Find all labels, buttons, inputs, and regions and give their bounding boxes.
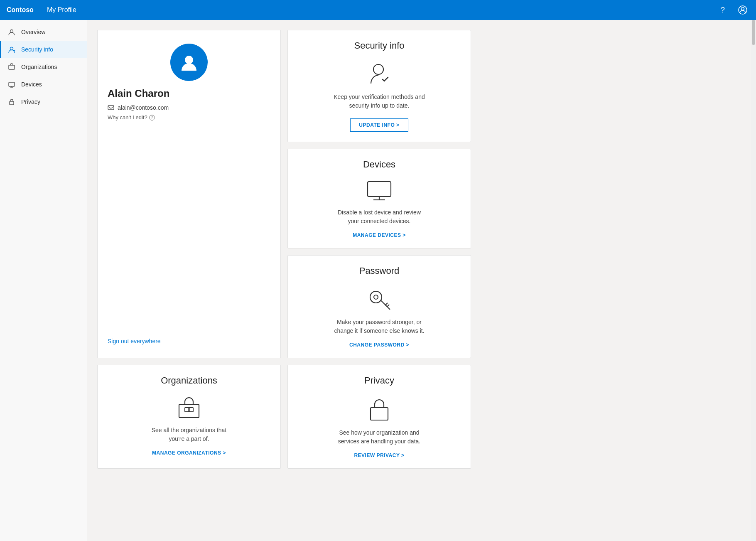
overview-icon (8, 28, 16, 36)
topbar-actions: ? (716, 3, 749, 17)
svg-rect-5 (9, 82, 15, 86)
help-button[interactable]: ? (716, 3, 729, 17)
svg-point-1 (741, 7, 744, 10)
profile-name: Alain Charon (108, 88, 270, 99)
avatar-wrapper (108, 44, 270, 81)
devices-card: Devices Disable a lost device and review… (287, 149, 471, 248)
change-password-link[interactable]: CHANGE PASSWORD > (349, 342, 409, 348)
help-icon: ? (721, 6, 725, 15)
svg-rect-8 (10, 101, 14, 105)
svg-point-11 (373, 64, 383, 74)
scrollbar-thumb[interactable] (752, 20, 755, 45)
privacy-card: Privacy See how your organization and se… (287, 365, 471, 469)
update-info-button[interactable]: UPDATE INFO > (350, 118, 408, 132)
sidebar-label-organizations: Organizations (21, 64, 57, 70)
svg-rect-4 (9, 65, 15, 69)
sidebar-label-overview: Overview (21, 29, 45, 35)
svg-point-9 (185, 56, 193, 64)
svg-rect-10 (108, 106, 114, 110)
profile-card: Alain Charon alain@contoso.com Why can't… (97, 30, 281, 358)
devices-icon (8, 81, 16, 88)
devices-card-icon (366, 180, 393, 202)
privacy-card-icon (368, 396, 390, 422)
cards-grid: Alain Charon alain@contoso.com Why can't… (97, 30, 471, 469)
topbar: Contoso My Profile ? (0, 0, 756, 20)
review-privacy-link[interactable]: REVIEW PRIVACY > (354, 452, 404, 458)
organizations-icon (8, 63, 16, 71)
sidebar-label-security-info: Security info (21, 46, 53, 53)
user-icon (738, 5, 747, 15)
sidebar-label-privacy: Privacy (21, 98, 40, 105)
manage-devices-link[interactable]: MANAGE DEVICES > (353, 232, 406, 238)
svg-point-15 (370, 291, 382, 303)
privacy-card-title: Privacy (364, 375, 394, 386)
sidebar-item-privacy[interactable]: Privacy (0, 93, 87, 111)
svg-rect-24 (371, 408, 388, 420)
sidebar-item-security-info[interactable]: Security info (0, 41, 87, 58)
svg-point-16 (374, 295, 378, 299)
password-card-desc: Make your password stronger, or change i… (334, 318, 425, 335)
profile-email-row: alain@contoso.com (108, 104, 169, 111)
sidebar-item-organizations[interactable]: Organizations (0, 58, 87, 76)
organizations-card: Organizations See all the organizations … (97, 365, 281, 469)
profile-email: alain@contoso.com (118, 104, 169, 111)
security-info-icon (8, 46, 16, 53)
page-title: My Profile (47, 6, 716, 14)
sign-out-link[interactable]: Sign out everywhere (108, 331, 161, 344)
avatar (170, 44, 208, 81)
organizations-card-desc: See all the organizations that you're a … (143, 426, 235, 443)
sidebar: Overview Security info Organizations (0, 20, 87, 541)
privacy-card-desc: See how your organization and services a… (334, 428, 425, 446)
avatar-icon (179, 52, 199, 72)
user-button[interactable] (736, 3, 749, 17)
devices-card-title: Devices (363, 159, 395, 170)
security-info-card-title: Security info (354, 40, 404, 51)
password-card: Password Make your password stronger, or… (287, 255, 471, 358)
main-layout: Overview Security info Organizations (0, 20, 756, 541)
manage-organizations-link[interactable]: MANAGE ORGANIZATIONS > (152, 450, 226, 456)
scrollbar[interactable] (751, 20, 756, 541)
organizations-card-title: Organizations (161, 375, 217, 386)
sidebar-item-overview[interactable]: Overview (0, 23, 87, 41)
email-icon (108, 105, 114, 110)
svg-rect-21 (185, 408, 193, 412)
brand-name: Contoso (7, 6, 34, 14)
organizations-card-icon (176, 396, 202, 419)
edit-hint-row: Why can't I edit? ? (108, 114, 155, 120)
password-card-title: Password (359, 266, 400, 276)
security-info-card-desc: Keep your verification methods and secur… (334, 93, 425, 110)
edit-hint-text: Why can't I edit? (108, 114, 147, 120)
privacy-icon (8, 98, 16, 106)
sidebar-item-devices[interactable]: Devices (0, 76, 87, 93)
svg-rect-12 (368, 182, 391, 197)
edit-hint-help-icon[interactable]: ? (149, 115, 155, 120)
main-content: Alain Charon alain@contoso.com Why can't… (87, 20, 751, 541)
devices-card-desc: Disable a lost device and review your co… (334, 208, 425, 226)
sidebar-label-devices: Devices (21, 81, 42, 88)
svg-line-18 (385, 303, 388, 305)
svg-line-19 (387, 305, 389, 307)
password-card-icon (366, 286, 393, 311)
security-info-card: Security info Keep your verification met… (287, 30, 471, 142)
svg-rect-20 (179, 404, 199, 418)
security-info-card-icon (367, 61, 392, 86)
